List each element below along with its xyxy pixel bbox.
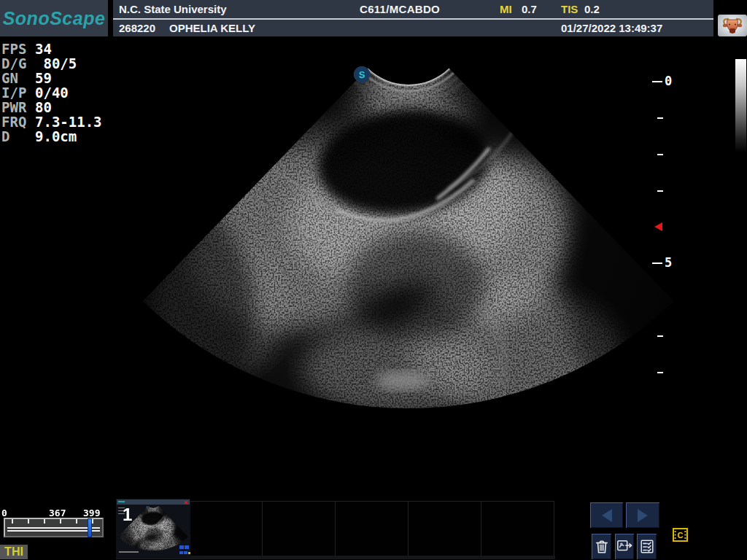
thi-mode-indicator: THI (0, 545, 28, 559)
brand-logo-panel: SonoScape (0, 0, 108, 36)
ultrasound-image: S (0, 0, 747, 560)
institution-name: N.C. State University (119, 3, 227, 15)
previous-image-button[interactable] (589, 502, 624, 529)
cine-badge-letter: C (678, 531, 684, 540)
grayscale-bar (735, 59, 746, 152)
cine-start: 0 (1, 508, 7, 518)
param-gn: GN59 (1, 71, 102, 85)
mi-value: 0.7 (522, 3, 537, 15)
next-image-button[interactable] (625, 502, 660, 529)
delete-button[interactable] (591, 533, 612, 560)
tis-value: 0.2 (584, 3, 600, 15)
cine-slider-handle[interactable] (88, 518, 92, 537)
param-d: D9.0cm (1, 129, 102, 144)
review-list-button[interactable] (636, 533, 657, 560)
thumbnail-slot-3 (262, 501, 336, 556)
thumbnail-1[interactable]: 1 (116, 499, 190, 558)
acquisition-parameters: FPS34 D/G 80/5 GN59 I/P0/40 PWR80 FRQ7.3… (1, 42, 102, 144)
exam-datetime: 01/27/2022 13:49:37 (561, 22, 662, 34)
trash-icon (594, 538, 610, 556)
thumbnail-slot-6 (481, 501, 554, 556)
mi-label: MI (500, 3, 512, 15)
bull-head-icon (720, 16, 745, 36)
export-image-icon (616, 538, 633, 554)
left-arrow-icon (602, 509, 612, 522)
cine-badge: C (673, 528, 688, 542)
cine-total: 399 (83, 508, 100, 518)
checklist-icon (639, 538, 655, 555)
header-bar: N.C. State University C611/MCABDO MI 0.7… (113, 0, 713, 36)
patient-name: OPHELIA KELLY (169, 22, 255, 34)
thumbnail-slot-2 (189, 501, 263, 556)
film-frame-icon: C (673, 528, 688, 542)
cine-current: 367 (49, 508, 66, 518)
tis-label: TIS (561, 3, 578, 15)
param-pwr: PWR80 (1, 100, 102, 114)
patient-id: 268220 (119, 22, 155, 34)
param-dg: D/G 80/5 (1, 56, 102, 71)
right-arrow-icon (638, 509, 648, 522)
probe-preset: C611/MCABDO (360, 3, 440, 15)
thumbnail-titlebar (117, 499, 190, 505)
thumbnail-slot-5 (408, 501, 481, 556)
param-ip: I/P0/40 (1, 85, 102, 100)
thumbnail-slot-4 (335, 501, 409, 556)
param-frq: FRQ7.3-11.3 (1, 114, 102, 129)
header-divider (113, 18, 713, 20)
thumbnail-close-icon (184, 500, 188, 505)
export-button[interactable] (614, 533, 635, 560)
species-indicator (718, 15, 747, 36)
ultrasound-screen: S SonoScape N.C. State University C611/M… (0, 0, 747, 560)
param-fps: FPS34 (1, 42, 102, 56)
brand-logo: SonoScape (3, 8, 106, 29)
thumbnail-number: 1 (123, 505, 132, 525)
